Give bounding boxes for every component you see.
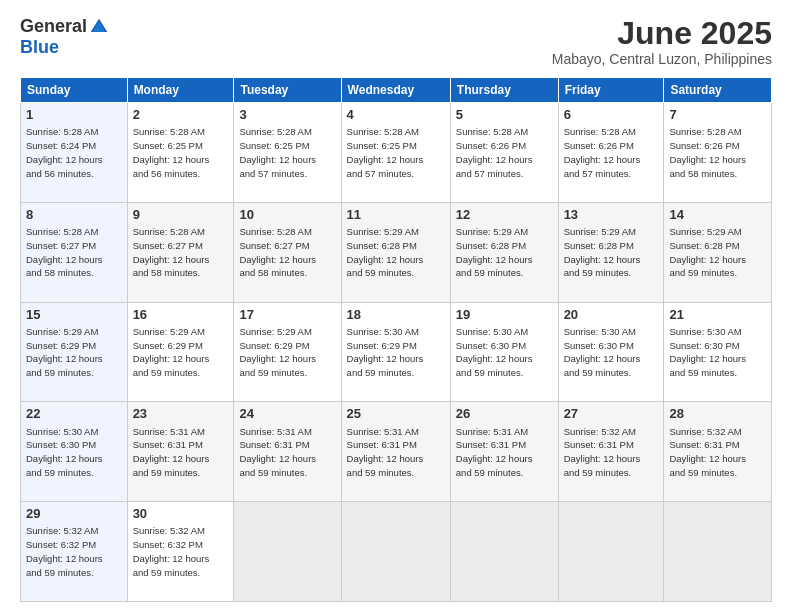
- calendar-cell: 8Sunrise: 5:28 AM Sunset: 6:27 PM Daylig…: [21, 202, 128, 302]
- day-number: 10: [239, 206, 335, 224]
- day-info: Sunrise: 5:28 AM Sunset: 6:27 PM Dayligh…: [239, 225, 335, 280]
- day-number: 22: [26, 405, 122, 423]
- calendar-cell: 25Sunrise: 5:31 AM Sunset: 6:31 PM Dayli…: [341, 402, 450, 502]
- location: Mabayo, Central Luzon, Philippines: [552, 51, 772, 67]
- day-number: 19: [456, 306, 553, 324]
- day-number: 15: [26, 306, 122, 324]
- day-info: Sunrise: 5:28 AM Sunset: 6:24 PM Dayligh…: [26, 125, 122, 180]
- day-info: Sunrise: 5:31 AM Sunset: 6:31 PM Dayligh…: [239, 425, 335, 480]
- day-info: Sunrise: 5:28 AM Sunset: 6:25 PM Dayligh…: [239, 125, 335, 180]
- calendar-cell: 26Sunrise: 5:31 AM Sunset: 6:31 PM Dayli…: [450, 402, 558, 502]
- day-number: 17: [239, 306, 335, 324]
- day-number: 28: [669, 405, 766, 423]
- day-info: Sunrise: 5:32 AM Sunset: 6:31 PM Dayligh…: [669, 425, 766, 480]
- day-number: 6: [564, 106, 659, 124]
- calendar-cell: 11Sunrise: 5:29 AM Sunset: 6:28 PM Dayli…: [341, 202, 450, 302]
- day-info: Sunrise: 5:28 AM Sunset: 6:25 PM Dayligh…: [347, 125, 445, 180]
- calendar-cell: 5Sunrise: 5:28 AM Sunset: 6:26 PM Daylig…: [450, 103, 558, 203]
- calendar: SundayMondayTuesdayWednesdayThursdayFrid…: [20, 77, 772, 602]
- day-number: 8: [26, 206, 122, 224]
- calendar-week-3: 15Sunrise: 5:29 AM Sunset: 6:29 PM Dayli…: [21, 302, 772, 402]
- calendar-cell: 3Sunrise: 5:28 AM Sunset: 6:25 PM Daylig…: [234, 103, 341, 203]
- calendar-cell: [234, 502, 341, 602]
- page: General Blue June 2025 Mabayo, Central L…: [0, 0, 792, 612]
- calendar-week-4: 22Sunrise: 5:30 AM Sunset: 6:30 PM Dayli…: [21, 402, 772, 502]
- calendar-header-friday: Friday: [558, 78, 664, 103]
- day-number: 23: [133, 405, 229, 423]
- calendar-cell: 10Sunrise: 5:28 AM Sunset: 6:27 PM Dayli…: [234, 202, 341, 302]
- day-number: 3: [239, 106, 335, 124]
- day-info: Sunrise: 5:29 AM Sunset: 6:28 PM Dayligh…: [347, 225, 445, 280]
- calendar-cell: 23Sunrise: 5:31 AM Sunset: 6:31 PM Dayli…: [127, 402, 234, 502]
- day-number: 25: [347, 405, 445, 423]
- calendar-cell: 28Sunrise: 5:32 AM Sunset: 6:31 PM Dayli…: [664, 402, 772, 502]
- calendar-cell: 22Sunrise: 5:30 AM Sunset: 6:30 PM Dayli…: [21, 402, 128, 502]
- day-number: 5: [456, 106, 553, 124]
- calendar-header-saturday: Saturday: [664, 78, 772, 103]
- day-number: 29: [26, 505, 122, 523]
- day-info: Sunrise: 5:28 AM Sunset: 6:26 PM Dayligh…: [456, 125, 553, 180]
- logo-blue-text: Blue: [20, 37, 59, 58]
- day-info: Sunrise: 5:29 AM Sunset: 6:29 PM Dayligh…: [133, 325, 229, 380]
- day-number: 18: [347, 306, 445, 324]
- day-number: 12: [456, 206, 553, 224]
- calendar-header-monday: Monday: [127, 78, 234, 103]
- day-number: 16: [133, 306, 229, 324]
- day-number: 26: [456, 405, 553, 423]
- calendar-cell: [450, 502, 558, 602]
- day-number: 2: [133, 106, 229, 124]
- day-info: Sunrise: 5:30 AM Sunset: 6:30 PM Dayligh…: [564, 325, 659, 380]
- day-info: Sunrise: 5:32 AM Sunset: 6:31 PM Dayligh…: [564, 425, 659, 480]
- day-number: 20: [564, 306, 659, 324]
- calendar-cell: 18Sunrise: 5:30 AM Sunset: 6:29 PM Dayli…: [341, 302, 450, 402]
- day-info: Sunrise: 5:28 AM Sunset: 6:25 PM Dayligh…: [133, 125, 229, 180]
- calendar-cell: 24Sunrise: 5:31 AM Sunset: 6:31 PM Dayli…: [234, 402, 341, 502]
- calendar-cell: 1Sunrise: 5:28 AM Sunset: 6:24 PM Daylig…: [21, 103, 128, 203]
- calendar-cell: 2Sunrise: 5:28 AM Sunset: 6:25 PM Daylig…: [127, 103, 234, 203]
- calendar-cell: 4Sunrise: 5:28 AM Sunset: 6:25 PM Daylig…: [341, 103, 450, 203]
- day-info: Sunrise: 5:29 AM Sunset: 6:28 PM Dayligh…: [564, 225, 659, 280]
- day-info: Sunrise: 5:29 AM Sunset: 6:29 PM Dayligh…: [26, 325, 122, 380]
- day-info: Sunrise: 5:31 AM Sunset: 6:31 PM Dayligh…: [133, 425, 229, 480]
- calendar-cell: 27Sunrise: 5:32 AM Sunset: 6:31 PM Dayli…: [558, 402, 664, 502]
- calendar-cell: 30Sunrise: 5:32 AM Sunset: 6:32 PM Dayli…: [127, 502, 234, 602]
- day-info: Sunrise: 5:29 AM Sunset: 6:28 PM Dayligh…: [669, 225, 766, 280]
- day-number: 11: [347, 206, 445, 224]
- day-number: 21: [669, 306, 766, 324]
- calendar-cell: 19Sunrise: 5:30 AM Sunset: 6:30 PM Dayli…: [450, 302, 558, 402]
- day-info: Sunrise: 5:32 AM Sunset: 6:32 PM Dayligh…: [133, 524, 229, 579]
- day-info: Sunrise: 5:30 AM Sunset: 6:30 PM Dayligh…: [456, 325, 553, 380]
- day-info: Sunrise: 5:29 AM Sunset: 6:28 PM Dayligh…: [456, 225, 553, 280]
- logo-icon: [89, 17, 109, 37]
- calendar-header-tuesday: Tuesday: [234, 78, 341, 103]
- day-number: 27: [564, 405, 659, 423]
- calendar-cell: 21Sunrise: 5:30 AM Sunset: 6:30 PM Dayli…: [664, 302, 772, 402]
- month-title: June 2025: [552, 16, 772, 51]
- day-number: 1: [26, 106, 122, 124]
- header: General Blue June 2025 Mabayo, Central L…: [20, 16, 772, 67]
- calendar-cell: 29Sunrise: 5:32 AM Sunset: 6:32 PM Dayli…: [21, 502, 128, 602]
- calendar-week-2: 8Sunrise: 5:28 AM Sunset: 6:27 PM Daylig…: [21, 202, 772, 302]
- day-number: 7: [669, 106, 766, 124]
- day-info: Sunrise: 5:31 AM Sunset: 6:31 PM Dayligh…: [456, 425, 553, 480]
- calendar-header-row: SundayMondayTuesdayWednesdayThursdayFrid…: [21, 78, 772, 103]
- calendar-cell: 20Sunrise: 5:30 AM Sunset: 6:30 PM Dayli…: [558, 302, 664, 402]
- day-number: 30: [133, 505, 229, 523]
- logo: General Blue: [20, 16, 109, 58]
- day-number: 9: [133, 206, 229, 224]
- calendar-header-sunday: Sunday: [21, 78, 128, 103]
- calendar-cell: 16Sunrise: 5:29 AM Sunset: 6:29 PM Dayli…: [127, 302, 234, 402]
- day-info: Sunrise: 5:28 AM Sunset: 6:26 PM Dayligh…: [669, 125, 766, 180]
- calendar-cell: 12Sunrise: 5:29 AM Sunset: 6:28 PM Dayli…: [450, 202, 558, 302]
- day-info: Sunrise: 5:28 AM Sunset: 6:26 PM Dayligh…: [564, 125, 659, 180]
- calendar-cell: [558, 502, 664, 602]
- calendar-cell: 7Sunrise: 5:28 AM Sunset: 6:26 PM Daylig…: [664, 103, 772, 203]
- day-info: Sunrise: 5:30 AM Sunset: 6:30 PM Dayligh…: [669, 325, 766, 380]
- calendar-cell: 17Sunrise: 5:29 AM Sunset: 6:29 PM Dayli…: [234, 302, 341, 402]
- calendar-cell: [664, 502, 772, 602]
- calendar-cell: 14Sunrise: 5:29 AM Sunset: 6:28 PM Dayli…: [664, 202, 772, 302]
- day-number: 13: [564, 206, 659, 224]
- day-info: Sunrise: 5:32 AM Sunset: 6:32 PM Dayligh…: [26, 524, 122, 579]
- day-info: Sunrise: 5:28 AM Sunset: 6:27 PM Dayligh…: [26, 225, 122, 280]
- calendar-week-5: 29Sunrise: 5:32 AM Sunset: 6:32 PM Dayli…: [21, 502, 772, 602]
